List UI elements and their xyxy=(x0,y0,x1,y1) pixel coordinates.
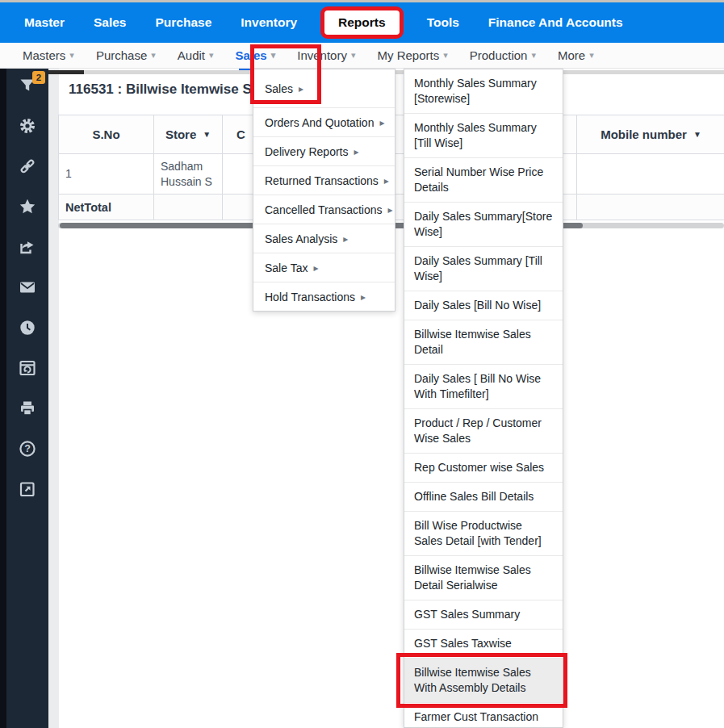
sales-dropdown-menu: Sales▸ Orders And Quotation▸ Delivery Re… xyxy=(253,69,395,312)
sort-caret-icon: ▼ xyxy=(203,130,211,139)
submenu-item-label: Billwise Itemwise Sales With Assembly De… xyxy=(414,666,531,694)
sales-reports-submenu: Monthly Sales Summary [Storewise] Monthl… xyxy=(404,69,563,728)
clock-icon[interactable] xyxy=(18,318,37,337)
submenu-item-product-rep-customer-wise-sales[interactable]: Product / Rep / Customer Wise Sales xyxy=(404,409,563,454)
dropdown-item-orders-and-quotation[interactable]: Orders And Quotation▸ xyxy=(253,107,395,136)
nav-item-reports[interactable]: Reports xyxy=(320,6,404,39)
menu-item-label: More xyxy=(558,48,585,62)
table-cell-mobile xyxy=(577,154,724,195)
chevron-down-icon: ▾ xyxy=(589,50,594,61)
menu-item-audit[interactable]: Audit▾ xyxy=(178,48,214,62)
dropdown-item-sales-analysis[interactable]: Sales Analysis▸ xyxy=(253,224,395,253)
annotation-box-assembly-details xyxy=(396,653,567,708)
dropdown-item-returned-transactions[interactable]: Returned Transactions▸ xyxy=(253,165,395,195)
chevron-right-icon: ▸ xyxy=(343,233,348,245)
chevron-right-icon: ▸ xyxy=(384,175,389,186)
submenu-item-billwise-itemwise-sales-with-assembly-details[interactable]: Billwise Itemwise Sales With Assembly De… xyxy=(404,659,563,703)
table-cell-sno: 1 xyxy=(59,154,154,195)
dropdown-item-sales[interactable]: Sales▸ xyxy=(253,69,395,107)
chevron-right-icon: ▸ xyxy=(299,83,303,94)
chevron-right-icon: ▸ xyxy=(388,204,393,215)
mail-icon[interactable] xyxy=(18,278,37,297)
submenu-item-daily-sales-summary-store-wise[interactable]: Daily Sales Summary[Store Wise] xyxy=(404,203,563,247)
submenu-item-daily-sales-summary-till-wise[interactable]: Daily Sales Summary [Till Wise] xyxy=(404,247,563,291)
nav-item-master[interactable]: Master xyxy=(24,15,65,30)
submenu-item-daily-sales-bill-no-wise[interactable]: Daily Sales [Bill No Wise] xyxy=(404,291,563,320)
submenu-item-offline-sales-bill-details[interactable]: Offline Sales Bill Details xyxy=(404,483,563,512)
dropdown-item-label: Sales Analysis xyxy=(265,232,337,245)
printer-icon[interactable] xyxy=(18,399,37,418)
chevron-right-icon: ▸ xyxy=(361,291,366,303)
external-link-icon[interactable] xyxy=(18,479,37,499)
top-scrollbar-thumb[interactable] xyxy=(48,70,84,74)
dropdown-item-hold-transactions[interactable]: Hold Transactions▸ xyxy=(253,282,395,311)
menu-item-sales[interactable]: Sales▾ xyxy=(236,48,276,62)
column-header-label: Mobile number xyxy=(601,128,687,141)
menu-item-purchase[interactable]: Purchase▾ xyxy=(96,48,156,62)
nav-item-finance-and-accounts[interactable]: Finance And Accounts xyxy=(488,15,623,30)
menu-item-label: Production xyxy=(470,48,528,62)
menu-item-my-reports[interactable]: My Reports▾ xyxy=(377,48,447,62)
submenu-item-monthly-sales-summary-till-wise[interactable]: Monthly Sales Summary [Till Wise] xyxy=(404,114,563,158)
chevron-right-icon: ▸ xyxy=(379,117,384,128)
submenu-item-rep-customer-wise-sales[interactable]: Rep Customer wise Sales xyxy=(404,454,563,483)
dropdown-item-label: Orders And Quotation xyxy=(265,116,374,129)
column-header-label: C xyxy=(236,128,245,141)
table-footer-nettotal: NetTotal xyxy=(59,195,154,220)
reports-menu-bar: Masters▾ Purchase▾ Audit▾ Sales▾ Invento… xyxy=(0,43,724,69)
menu-item-label: Masters xyxy=(23,48,65,62)
chevron-down-icon: ▾ xyxy=(351,50,356,61)
submenu-item-gst-sales-taxwise[interactable]: GST Sales Taxwise xyxy=(404,630,563,659)
column-header-mobile-number[interactable]: Mobile number▼ xyxy=(577,115,724,154)
filter-icon[interactable]: 2 xyxy=(18,76,37,95)
primary-nav-bar: Master Sales Purchase Inventory Reports … xyxy=(0,2,724,43)
menu-item-production[interactable]: Production▾ xyxy=(470,48,536,62)
chevron-down-icon: ▾ xyxy=(531,50,536,61)
dropdown-item-label: Delivery Reports xyxy=(265,145,348,158)
left-icon-sidebar: 2 ? xyxy=(0,69,48,728)
column-header-label: Store xyxy=(165,128,196,141)
chevron-right-icon: ▸ xyxy=(313,262,318,274)
nav-item-purchase[interactable]: Purchase xyxy=(155,15,211,30)
submenu-item-daily-sales-bill-no-wise-with-timefilter[interactable]: Daily Sales [ Bill No Wise With Timefilt… xyxy=(404,365,563,409)
submenu-item-monthly-sales-summary-storewise[interactable]: Monthly Sales Summary [Storewise] xyxy=(404,69,563,114)
star-icon[interactable] xyxy=(18,197,37,216)
share-export-icon[interactable] xyxy=(18,237,37,257)
dropdown-item-sale-tax[interactable]: Sale Tax▸ xyxy=(253,253,395,282)
column-header-sno[interactable]: S.No xyxy=(59,115,154,154)
dropdown-item-label: Sale Tax xyxy=(265,261,308,274)
menu-item-inventory[interactable]: Inventory▾ xyxy=(297,48,355,62)
link-icon[interactable] xyxy=(18,157,37,176)
submenu-item-serial-number-wise-price-details[interactable]: Serial Number Wise Price Details xyxy=(404,158,563,203)
column-header-label: S.No xyxy=(92,128,119,141)
svg-text:?: ? xyxy=(24,443,31,454)
menu-item-label: Purchase xyxy=(96,48,147,62)
menu-item-masters[interactable]: Masters▾ xyxy=(23,48,74,62)
submenu-item-farmer-cust-transaction[interactable]: Farmer Cust Transaction xyxy=(404,703,563,728)
table-footer-cell xyxy=(154,195,223,220)
submenu-item-gst-sales-summary[interactable]: GST Sales Summary xyxy=(404,600,563,630)
submenu-item-bill-wise-productwise-sales-detail-with-tender[interactable]: Bill Wise Productwise Sales Detail [with… xyxy=(404,512,563,556)
chevron-down-icon: ▾ xyxy=(443,50,448,61)
menu-item-label: Sales xyxy=(236,48,267,62)
menu-item-more[interactable]: More▾ xyxy=(558,48,594,62)
dropdown-item-label: Cancelled Transactions xyxy=(265,203,383,216)
window-refresh-icon[interactable] xyxy=(18,358,37,378)
dropdown-item-label: Sales xyxy=(265,82,293,95)
nav-item-sales[interactable]: Sales xyxy=(94,15,127,30)
column-header-store[interactable]: Store▼ xyxy=(154,115,223,154)
dropdown-item-label: Hold Transactions xyxy=(265,291,355,303)
dropdown-item-delivery-reports[interactable]: Delivery Reports▸ xyxy=(253,136,395,165)
submenu-item-billwise-itemwise-sales-detail-serialwise[interactable]: Billwise Itemwise Sales Detail Serialwis… xyxy=(404,556,563,600)
nav-item-inventory[interactable]: Inventory xyxy=(241,15,297,30)
chevron-right-icon: ▸ xyxy=(354,146,358,157)
gear-icon[interactable] xyxy=(18,116,37,136)
chevron-down-icon: ▾ xyxy=(209,50,214,61)
dropdown-item-cancelled-transactions[interactable]: Cancelled Transactions▸ xyxy=(253,195,395,224)
menu-item-label: Audit xyxy=(178,48,205,62)
nav-item-tools[interactable]: Tools xyxy=(427,15,459,30)
page-title: 116531 : Billwise Itemwise Sal xyxy=(69,82,263,98)
submenu-item-billwise-itemwise-sales-detail[interactable]: Billwise Itemwise Sales Detail xyxy=(404,320,563,365)
table-cell-store: Sadham Hussain S xyxy=(154,154,223,195)
help-icon[interactable]: ? xyxy=(18,439,37,458)
